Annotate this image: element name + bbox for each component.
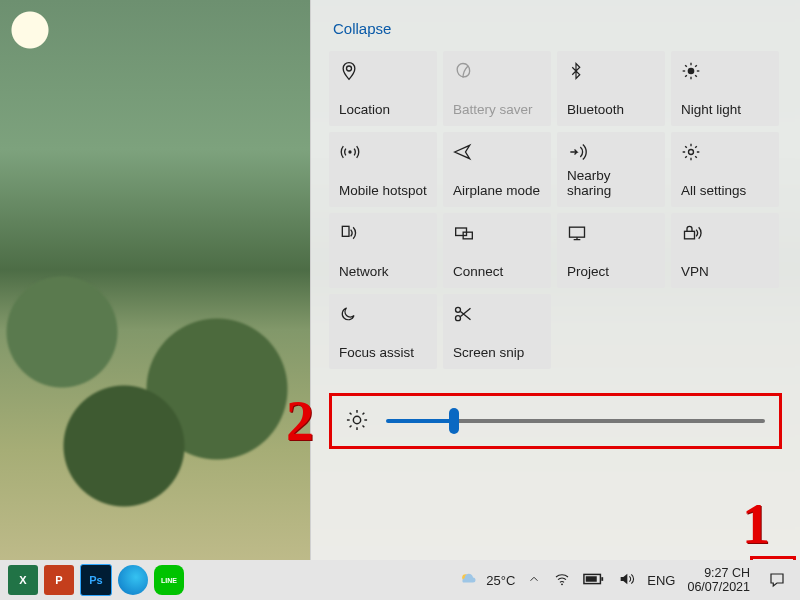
svg-point-10 <box>348 150 351 153</box>
tile-night-light[interactable]: Night light <box>671 51 779 126</box>
taskbar-app-line[interactable]: LINE <box>154 565 184 595</box>
svg-line-7 <box>695 75 697 77</box>
tray-language[interactable]: ENG <box>647 573 675 588</box>
svg-point-0 <box>347 66 352 71</box>
network-icon <box>339 221 427 245</box>
moon-icon <box>339 302 427 326</box>
tile-airplane-mode[interactable]: Airplane mode <box>443 132 551 207</box>
svg-rect-16 <box>685 231 695 239</box>
night-light-icon <box>681 59 769 83</box>
tile-label: Airplane mode <box>453 183 541 199</box>
tray-clock[interactable]: 9:27 CH 06/07/2021 <box>687 566 750 595</box>
tile-nearby-sharing[interactable]: Nearby sharing <box>557 132 665 207</box>
svg-rect-31 <box>602 577 604 581</box>
nearby-sharing-icon <box>567 140 655 164</box>
taskbar-app-photoshop[interactable]: Ps <box>80 564 112 596</box>
tray-volume-icon[interactable] <box>617 571 635 590</box>
tray-chevron-up-icon[interactable] <box>527 572 541 589</box>
svg-rect-15 <box>570 227 585 237</box>
annotation-step-1: 1 <box>742 492 770 556</box>
svg-rect-12 <box>342 226 349 236</box>
svg-line-8 <box>695 65 697 67</box>
svg-point-1 <box>688 68 695 75</box>
taskbar-app-edge[interactable] <box>118 565 148 595</box>
taskbar-pinned-apps: X P Ps LINE <box>8 564 184 596</box>
taskbar-app-excel[interactable]: X <box>8 565 38 595</box>
svg-rect-32 <box>586 576 597 582</box>
weather-widget[interactable]: 25°C <box>458 570 515 590</box>
tray-date: 06/07/2021 <box>687 580 750 594</box>
svg-line-24 <box>350 412 352 414</box>
svg-line-25 <box>363 425 365 427</box>
tile-vpn[interactable]: VPN <box>671 213 779 288</box>
svg-line-9 <box>685 75 687 77</box>
weather-icon <box>458 570 478 590</box>
svg-point-19 <box>353 416 360 423</box>
taskbar-app-powerpoint[interactable]: P <box>44 565 74 595</box>
tile-label: Focus assist <box>339 345 427 361</box>
tile-screen-snip[interactable]: Screen snip <box>443 294 551 369</box>
tile-label: Screen snip <box>453 345 541 361</box>
tile-network[interactable]: Network <box>329 213 437 288</box>
brightness-slider-row: 2 <box>329 393 782 449</box>
leaf-icon <box>453 59 541 83</box>
tile-bluetooth[interactable]: Bluetooth <box>557 51 665 126</box>
weather-temp: 25°C <box>486 573 515 588</box>
annotation-step-2: 2 <box>286 389 314 453</box>
tile-battery-saver[interactable]: Battery saver <box>443 51 551 126</box>
wallpaper-foliage <box>0 180 310 560</box>
gear-icon <box>681 140 769 164</box>
tile-label: Connect <box>453 264 541 280</box>
quick-action-tiles: Location Battery saver Bluetooth Night l… <box>329 51 782 369</box>
tile-label: Bluetooth <box>567 102 655 118</box>
brightness-slider-thumb[interactable] <box>449 408 459 434</box>
vpn-icon <box>681 221 769 245</box>
brightness-icon <box>346 409 368 434</box>
airplane-icon <box>453 140 541 164</box>
scissors-icon <box>453 302 541 326</box>
tile-label: Location <box>339 102 427 118</box>
tile-focus-assist[interactable]: Focus assist <box>329 294 437 369</box>
tile-label: Nearby sharing <box>567 168 655 199</box>
svg-line-27 <box>350 425 352 427</box>
tile-location[interactable]: Location <box>329 51 437 126</box>
tile-connect[interactable]: Connect <box>443 213 551 288</box>
notification-icon <box>767 571 787 589</box>
svg-point-18 <box>456 316 461 321</box>
tile-mobile-hotspot[interactable]: Mobile hotspot <box>329 132 437 207</box>
bluetooth-icon <box>567 59 655 83</box>
tray-battery-icon[interactable] <box>583 572 605 589</box>
action-center-button[interactable] <box>762 565 792 595</box>
svg-line-26 <box>363 412 365 414</box>
tile-label: Project <box>567 264 655 280</box>
location-pin-icon <box>339 59 427 83</box>
taskbar-system-tray: 25°C ENG 9:27 CH 06/07/2021 <box>458 565 792 595</box>
brightness-slider[interactable] <box>386 419 765 423</box>
hotspot-icon <box>339 140 427 164</box>
tray-wifi-icon[interactable] <box>553 571 571 590</box>
project-icon <box>567 221 655 245</box>
tile-label: Night light <box>681 102 769 118</box>
svg-point-11 <box>689 150 694 155</box>
tile-label: VPN <box>681 264 769 280</box>
svg-point-29 <box>561 583 563 585</box>
tile-label: Battery saver <box>453 102 541 118</box>
tile-label: Network <box>339 264 427 280</box>
connect-icon <box>453 221 541 245</box>
tile-all-settings[interactable]: All settings <box>671 132 779 207</box>
svg-point-17 <box>456 307 461 312</box>
tile-label: Mobile hotspot <box>339 183 427 199</box>
taskbar: X P Ps LINE 25°C ENG 9:27 CH 06/07/2021 <box>0 560 800 600</box>
action-center-panel: Collapse Location Battery saver Bluetoot… <box>310 0 800 560</box>
tile-project[interactable]: Project <box>557 213 665 288</box>
svg-line-6 <box>685 65 687 67</box>
collapse-button[interactable]: Collapse <box>333 20 391 37</box>
tile-label: All settings <box>681 183 769 199</box>
tray-time: 9:27 CH <box>687 566 750 580</box>
